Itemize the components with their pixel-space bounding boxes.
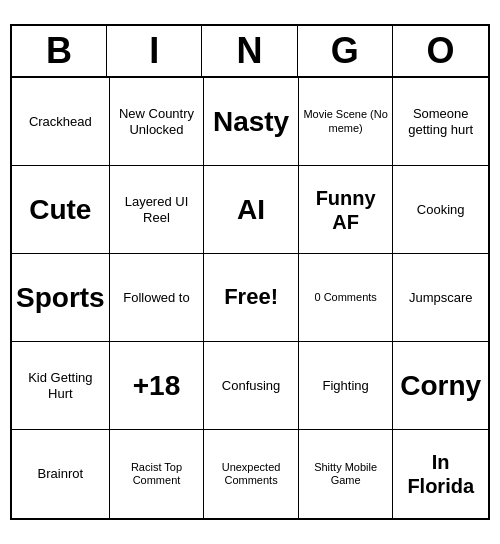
bingo-cell-14: Jumpscare bbox=[393, 254, 488, 342]
bingo-cell-6: Layered UI Reel bbox=[110, 166, 205, 254]
bingo-cell-19: Corny bbox=[393, 342, 488, 430]
header-letter-g: G bbox=[298, 26, 393, 76]
bingo-cell-15: Kid Getting Hurt bbox=[12, 342, 110, 430]
bingo-cell-11: Followed to bbox=[110, 254, 205, 342]
header-letter-n: N bbox=[202, 26, 297, 76]
bingo-cell-9: Cooking bbox=[393, 166, 488, 254]
bingo-cell-21: Racist Top Comment bbox=[110, 430, 205, 518]
bingo-grid: CrackheadNew Country UnlockedNastyMovie … bbox=[12, 78, 488, 518]
bingo-cell-1: New Country Unlocked bbox=[110, 78, 205, 166]
bingo-cell-8: Funny AF bbox=[299, 166, 394, 254]
bingo-cell-23: Shitty Mobile Game bbox=[299, 430, 394, 518]
bingo-cell-0: Crackhead bbox=[12, 78, 110, 166]
header-letter-o: O bbox=[393, 26, 488, 76]
bingo-cell-17: Confusing bbox=[204, 342, 299, 430]
bingo-header: BINGO bbox=[12, 26, 488, 78]
bingo-cell-2: Nasty bbox=[204, 78, 299, 166]
bingo-cell-5: Cute bbox=[12, 166, 110, 254]
bingo-cell-22: Unexpected Comments bbox=[204, 430, 299, 518]
bingo-cell-3: Movie Scene (No meme) bbox=[299, 78, 394, 166]
bingo-cell-10: Sports bbox=[12, 254, 110, 342]
bingo-cell-18: Fighting bbox=[299, 342, 394, 430]
bingo-cell-20: Brainrot bbox=[12, 430, 110, 518]
bingo-cell-4: Someone getting hurt bbox=[393, 78, 488, 166]
header-letter-i: I bbox=[107, 26, 202, 76]
bingo-cell-13: 0 Comments bbox=[299, 254, 394, 342]
bingo-cell-12: Free! bbox=[204, 254, 299, 342]
bingo-card: BINGO CrackheadNew Country UnlockedNasty… bbox=[10, 24, 490, 520]
bingo-cell-16: +18 bbox=[110, 342, 205, 430]
header-letter-b: B bbox=[12, 26, 107, 76]
bingo-cell-24: In Florida bbox=[393, 430, 488, 518]
bingo-cell-7: AI bbox=[204, 166, 299, 254]
